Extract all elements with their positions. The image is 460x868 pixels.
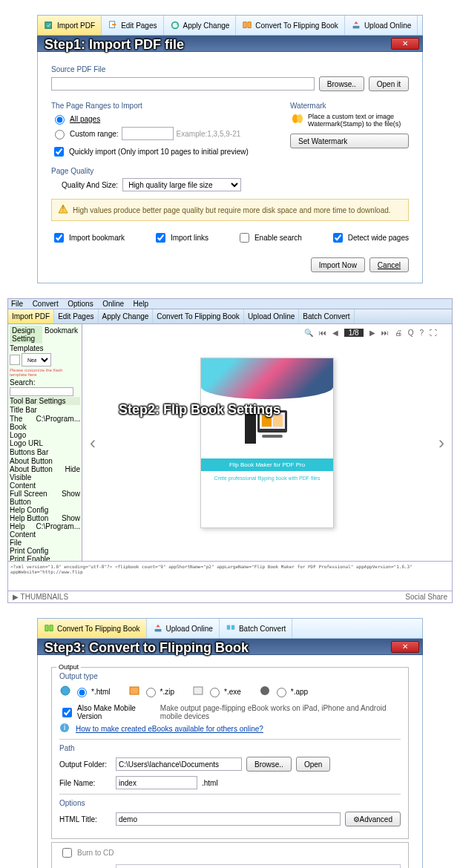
mobile-checkbox[interactable] xyxy=(62,708,72,717)
apply-change-button[interactable]: Apply Change xyxy=(164,16,237,35)
close-button[interactable]: ✕ xyxy=(391,38,419,50)
import-links-checkbox[interactable] xyxy=(156,233,165,243)
first-icon[interactable]: ⏮ xyxy=(319,329,326,337)
book-title: Flip Book Maker for PDF Pro xyxy=(201,458,333,471)
file-name-input[interactable] xyxy=(116,776,197,789)
options-label: Options xyxy=(59,799,401,807)
close-icon: ✕ xyxy=(402,39,408,47)
svg-point-6 xyxy=(297,114,303,123)
template-select[interactable]: Neat xyxy=(22,353,51,366)
tb-edit[interactable]: Edit Pages xyxy=(54,309,98,323)
output-folder-input[interactable] xyxy=(116,757,242,771)
prev-icon[interactable]: ◀ xyxy=(332,329,338,337)
gear-icon: ⚙ xyxy=(353,815,360,823)
burn-checkbox[interactable] xyxy=(62,848,72,858)
source-file-input[interactable] xyxy=(51,77,315,91)
advanced-button[interactable]: ⚙ Advanced xyxy=(345,812,401,826)
menu-options[interactable]: Options xyxy=(68,300,93,308)
svg-rect-19 xyxy=(194,687,203,694)
upload-button[interactable]: Upload Online xyxy=(345,16,418,35)
all-pages-radio[interactable] xyxy=(55,115,65,125)
html-radio[interactable] xyxy=(77,688,87,697)
html-title-input[interactable] xyxy=(116,812,341,826)
cancel-button[interactable]: Cancel xyxy=(369,257,409,272)
edit-pages-button[interactable]: Edit Pages xyxy=(102,16,163,35)
book-subtitle: Crete professional flipping book with PD… xyxy=(201,471,333,485)
next-icon[interactable]: ▶ xyxy=(369,329,375,337)
print-icon[interactable]: 🖨 xyxy=(395,329,402,337)
thumbnails-toggle[interactable]: ▶ THUMBNAILS xyxy=(13,593,68,601)
svg-text:!: ! xyxy=(62,205,65,213)
svg-point-17 xyxy=(61,686,70,695)
detect-wide-checkbox[interactable] xyxy=(333,233,343,243)
menu-convert[interactable]: Convert xyxy=(33,300,59,308)
all-pages-label: All pages xyxy=(70,115,100,123)
edit-icon xyxy=(108,20,118,30)
open-it-button[interactable]: Open it xyxy=(369,76,409,91)
apply-icon xyxy=(170,20,180,30)
book-icon xyxy=(44,623,54,634)
exe-icon xyxy=(192,685,204,698)
zip-radio[interactable] xyxy=(146,688,156,697)
last-icon[interactable]: ⏭ xyxy=(381,329,389,337)
set-watermark-button[interactable]: Set Watermark xyxy=(290,134,409,148)
upload-tab[interactable]: Upload Online xyxy=(147,619,220,638)
svg-rect-4 xyxy=(353,26,360,29)
nav-prev[interactable]: ‹ xyxy=(90,433,96,453)
convert-button[interactable]: Convert To Flipping Book xyxy=(236,16,345,35)
warning-message: ! High values produce better page qualit… xyxy=(51,199,409,221)
tb-convert[interactable]: Convert To Flipping Book xyxy=(153,309,244,323)
close-button[interactable]: ✕ xyxy=(391,641,419,653)
custom-range-radio[interactable] xyxy=(55,130,65,139)
app-radio[interactable] xyxy=(277,688,286,697)
import-pdf-button[interactable]: Import PDF xyxy=(38,16,102,35)
upload-icon xyxy=(351,20,361,30)
preview-area: 🔍 ⏮ ◀ 1/8 ▶ ⏭ 🖨 Q ? ⛶ ‹ › Flip Book Make… xyxy=(82,324,452,561)
book-preview: Flip Book Maker for PDF Pro Crete profes… xyxy=(200,358,334,528)
info-link[interactable]: How to make created eBooks available for… xyxy=(76,725,263,733)
quickly-import-checkbox[interactable] xyxy=(54,147,64,157)
convert-tab[interactable]: Convert To Flipping Book xyxy=(38,619,147,638)
enable-search-checkbox[interactable] xyxy=(240,233,249,243)
import-bookmark-checkbox[interactable] xyxy=(54,233,64,243)
quality-select[interactable]: High quality large file size xyxy=(122,178,241,191)
nav-next[interactable]: › xyxy=(438,433,444,453)
tab-design[interactable]: Design Setting xyxy=(10,326,42,343)
menu-file[interactable]: File xyxy=(11,300,23,308)
output-legend: Output xyxy=(56,663,81,671)
menu-help[interactable]: Help xyxy=(134,300,149,308)
info-icon: i xyxy=(59,723,70,734)
cd-writer-select: 1:0:0,E: HL-DT-ST DVD-ROM DH40N A101 xyxy=(116,864,401,868)
exe-radio[interactable] xyxy=(210,688,220,697)
fullscreen-icon[interactable]: ⛶ xyxy=(430,329,437,337)
zoom-icon[interactable]: 🔍 xyxy=(304,329,313,337)
tb-upload[interactable]: Upload Online xyxy=(244,309,299,323)
search-icon[interactable]: Q xyxy=(408,329,414,337)
browse-button[interactable]: Browse.. xyxy=(319,76,364,91)
tb-import[interactable]: Import PDF xyxy=(8,309,54,323)
svg-text:i: i xyxy=(64,723,65,731)
tb-apply[interactable]: Apply Change xyxy=(99,309,154,323)
svg-rect-2 xyxy=(112,24,116,25)
tab-bookmark[interactable]: Bookmark xyxy=(42,326,80,343)
upload-icon xyxy=(153,623,163,634)
batch-tab[interactable]: Batch Convert xyxy=(220,619,292,638)
custom-range-input[interactable] xyxy=(122,127,174,140)
step2-label: Step2: Flip Book Settings xyxy=(119,402,280,418)
xml-snippet: <?xml version="1.0" encoding="utf-8"?> <… xyxy=(7,562,453,591)
svg-rect-14 xyxy=(154,629,161,632)
page-indicator: 1/8 xyxy=(344,329,364,337)
output-type-label: Output type xyxy=(59,672,401,680)
help-icon[interactable]: ? xyxy=(419,329,424,337)
path-label: Path xyxy=(59,744,401,752)
open-button[interactable]: Open xyxy=(296,757,330,772)
quality-label: Page Quality xyxy=(51,167,409,175)
sidebar-search[interactable] xyxy=(10,387,73,396)
import-now-button[interactable]: Import Now xyxy=(311,257,365,272)
html-icon xyxy=(59,685,71,698)
tb-batch[interactable]: Batch Convert xyxy=(299,309,354,323)
template-thumb[interactable] xyxy=(10,355,20,365)
social-share[interactable]: Social Share xyxy=(405,593,447,601)
menu-online[interactable]: Online xyxy=(102,300,124,308)
browse-button[interactable]: Browse.. xyxy=(246,757,292,772)
